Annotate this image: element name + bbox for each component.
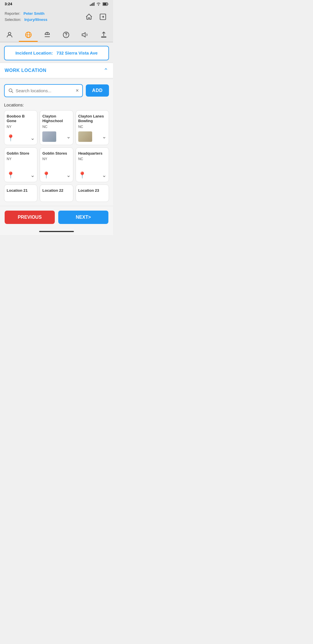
search-area: × ADD xyxy=(0,79,113,100)
add-button[interactable]: ADD xyxy=(86,84,109,97)
location-card-3[interactable]: Clayton Lanes Bowling NC ⌄ xyxy=(76,110,109,145)
location-name-6: Headquarters xyxy=(78,151,103,156)
selection-value: Injury/Illness xyxy=(24,17,47,22)
location-state-4: NY xyxy=(7,157,12,161)
nav-tabs xyxy=(0,27,113,42)
search-box: × xyxy=(4,84,83,97)
location-state-6: NC xyxy=(78,157,83,161)
location-card-9[interactable]: Location 23 xyxy=(76,184,109,202)
reporter-name: Peter Smith xyxy=(23,11,44,16)
location-image-3 xyxy=(78,131,92,142)
pin-icon-1: 📍 xyxy=(7,134,14,142)
tab-upload[interactable] xyxy=(94,29,113,42)
collapse-icon: ⌃ xyxy=(103,67,108,74)
work-location-section[interactable]: WORK LOCATION ⌃ xyxy=(0,63,113,78)
location-state-5: NY xyxy=(42,157,47,161)
pin-icon-5: 📍 xyxy=(42,171,50,179)
location-card-2[interactable]: Clayton Highschool NC ⌄ xyxy=(40,110,73,145)
megaphone-icon xyxy=(81,31,89,39)
location-card-bottom-1: 📍 ⌄ xyxy=(7,134,35,142)
svg-rect-2 xyxy=(92,3,93,6)
header-icons xyxy=(83,11,108,22)
search-icon xyxy=(8,88,13,93)
svg-point-4 xyxy=(98,5,99,6)
header-info: Reporter: Peter Smith Selection: Injury/… xyxy=(5,11,47,23)
bottom-nav: PREVIOUS NEXT> xyxy=(0,207,113,228)
location-name-9: Location 23 xyxy=(78,188,99,193)
status-icons xyxy=(90,2,108,6)
status-time: 3:24 xyxy=(5,2,12,6)
question-icon xyxy=(62,31,70,39)
location-name-5: Goblin Stores xyxy=(42,151,67,156)
location-image-2 xyxy=(42,131,56,142)
location-name-1: Booboo B Gone xyxy=(7,114,35,124)
location-card-bottom-6: 📍 ⌄ xyxy=(78,171,106,179)
chevron-down-icon-2: ⌄ xyxy=(66,133,71,140)
location-name-2: Clayton Highschool xyxy=(42,114,70,124)
incident-label: Incident Location: xyxy=(15,50,53,55)
svg-rect-0 xyxy=(90,5,91,6)
svg-point-15 xyxy=(65,36,66,37)
signal-icon xyxy=(90,2,94,6)
globe-icon xyxy=(25,31,32,39)
location-card-7[interactable]: Location 21 xyxy=(4,184,37,202)
location-card-8[interactable]: Location 22 xyxy=(40,184,73,202)
location-name-3: Clayton Lanes Bowling xyxy=(78,114,106,124)
svg-rect-1 xyxy=(91,4,92,6)
export-button[interactable] xyxy=(97,11,108,22)
hardhat-icon xyxy=(43,31,51,39)
svg-line-17 xyxy=(12,91,13,93)
chevron-down-icon-6: ⌄ xyxy=(102,172,106,178)
tab-megaphone[interactable] xyxy=(75,29,94,42)
status-bar: 3:24 xyxy=(0,0,113,8)
selection-row: Selection: Injury/Illness xyxy=(5,17,47,23)
location-name-8: Location 22 xyxy=(42,188,63,193)
location-card-5[interactable]: Goblin Stores NY 📍 ⌄ xyxy=(40,147,73,182)
home-icon xyxy=(85,13,93,21)
incident-address: 732 Sierra Vista Ave xyxy=(57,50,98,55)
tab-hardhat[interactable] xyxy=(38,29,57,42)
location-card-1[interactable]: Booboo B Gone NY 📍 ⌄ xyxy=(4,110,37,145)
reporter-label: Reporter: xyxy=(5,11,20,16)
location-card-6[interactable]: Headquarters NC 📍 ⌄ xyxy=(76,147,109,182)
reporter-row: Reporter: Peter Smith xyxy=(5,11,47,17)
locations-label: Locations: xyxy=(0,100,113,109)
upload-icon xyxy=(100,31,108,39)
chevron-down-icon-1: ⌄ xyxy=(30,135,35,141)
location-state-3: NC xyxy=(78,125,83,129)
location-card-4[interactable]: Goblin Store NY 📍 ⌄ xyxy=(4,147,37,182)
tab-person[interactable] xyxy=(0,29,19,42)
next-button[interactable]: NEXT> xyxy=(58,211,108,224)
export-icon xyxy=(99,13,107,21)
previous-button[interactable]: PREVIOUS xyxy=(5,211,55,224)
selection-label: Selection: xyxy=(5,17,21,22)
chevron-down-icon-5: ⌄ xyxy=(66,172,71,178)
search-input[interactable] xyxy=(16,88,73,93)
header: Reporter: Peter Smith Selection: Injury/… xyxy=(0,8,113,27)
pin-icon-6: 📍 xyxy=(78,171,86,179)
svg-point-9 xyxy=(8,32,11,35)
tab-globe[interactable] xyxy=(19,29,38,42)
location-name-7: Location 21 xyxy=(7,188,28,193)
location-state-2: NC xyxy=(42,125,47,129)
person-icon xyxy=(6,31,13,39)
location-name-4: Goblin Store xyxy=(7,151,29,156)
svg-rect-7 xyxy=(108,3,108,5)
pin-icon-4: 📍 xyxy=(7,171,14,179)
chevron-down-icon-4: ⌄ xyxy=(30,172,35,178)
wifi-icon xyxy=(96,2,101,6)
battery-icon xyxy=(103,2,108,6)
search-clear-button[interactable]: × xyxy=(76,88,79,94)
work-location-title: WORK LOCATION xyxy=(5,68,46,73)
location-card-bottom-2: ⌄ xyxy=(42,131,70,142)
incident-banner-text: Incident Location: 732 Sierra Vista Ave xyxy=(15,50,98,55)
home-indicator-bar xyxy=(39,231,74,232)
location-grid: Booboo B Gone NY 📍 ⌄ Clayton Highschool … xyxy=(0,109,113,205)
svg-rect-3 xyxy=(94,2,95,6)
tab-question[interactable] xyxy=(57,29,75,42)
home-indicator xyxy=(0,228,113,235)
chevron-down-icon-3: ⌄ xyxy=(102,133,106,140)
home-button[interactable] xyxy=(83,11,94,22)
location-card-bottom-3: ⌄ xyxy=(78,131,106,142)
location-card-bottom-4: 📍 ⌄ xyxy=(7,171,35,179)
